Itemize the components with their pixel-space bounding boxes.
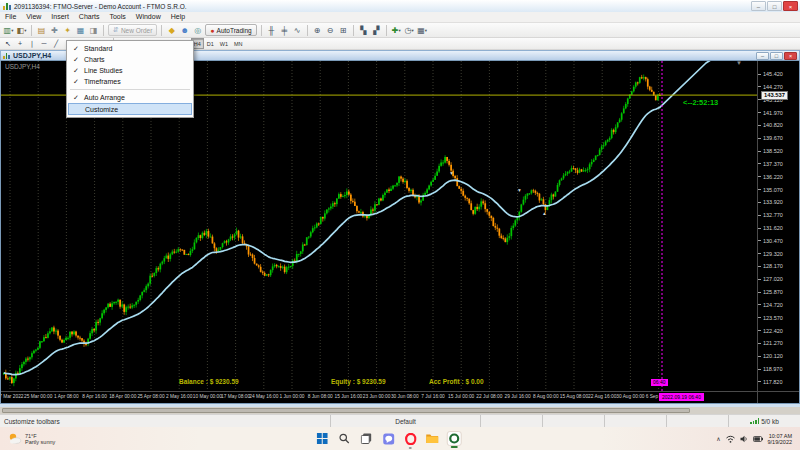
profiles-button[interactable]: ◧▾ xyxy=(15,24,28,37)
wifi-icon[interactable] xyxy=(726,435,735,443)
templates-button[interactable]: ▦▾ xyxy=(416,24,429,37)
auto-arrange-button[interactable]: ▚ xyxy=(357,24,370,37)
time-tick: 8 Aug 00:00 xyxy=(533,394,559,399)
market-button[interactable]: ◎ xyxy=(191,24,204,37)
navigator-button[interactable]: ✦ xyxy=(61,24,74,37)
standard-toolbar: ▥▾◧▾▤✚✦▦◨⇵New Order◆☻◎●AutoTrading╫╪∿⊕⊖⊞… xyxy=(0,23,800,38)
close-button[interactable]: × xyxy=(783,1,798,11)
menu-window[interactable]: Window xyxy=(131,12,166,22)
periods-button[interactable]: ◷▾ xyxy=(403,24,416,37)
menu-item-timeframes[interactable]: ✓Timeframes xyxy=(68,76,192,87)
market-watch-button[interactable]: ▤ xyxy=(35,24,48,37)
dropdown-caret-icon: ▾ xyxy=(24,24,26,37)
profile-cell[interactable]: Default xyxy=(330,415,480,427)
opera-button[interactable] xyxy=(403,431,418,446)
check-icon: ✓ xyxy=(72,67,80,75)
new-order-label: New Order xyxy=(121,27,152,34)
current-price-label: 143.537 xyxy=(761,91,788,100)
zoom-in-button[interactable]: ⊕ xyxy=(311,24,324,37)
metatrader-taskbar-button[interactable] xyxy=(447,431,462,446)
vertical-line-tool-button[interactable]: ∣ xyxy=(26,39,38,49)
task-view-icon xyxy=(361,433,372,444)
cell-4[interactable] xyxy=(666,415,728,427)
scrollbar-thumb[interactable] xyxy=(2,408,690,413)
chart-close-button[interactable]: × xyxy=(784,52,797,60)
file-explorer-button[interactable] xyxy=(425,431,440,446)
cell-3[interactable] xyxy=(604,415,666,427)
menu-item-label: Standard xyxy=(84,45,112,52)
time-axis[interactable]: 17 Mar 202225 Mar 00:001 Apr 08:008 Apr … xyxy=(1,391,757,403)
time-tick: 8 Apr 16:00 xyxy=(82,394,107,399)
menu-item-label: Auto Arrange xyxy=(84,94,125,101)
menu-insert[interactable]: Insert xyxy=(46,12,74,22)
partly-sunny-icon xyxy=(8,432,22,445)
search-button[interactable] xyxy=(337,431,352,446)
menu-item-label: Line Studies xyxy=(84,67,123,74)
candle-chart-button[interactable]: ╪ xyxy=(278,24,291,37)
windows-taskbar: 71°F Partly sunny xyxy=(0,427,800,450)
cursor-tool-button[interactable]: ↖ xyxy=(2,39,14,49)
chart-horizontal-scrollbar[interactable] xyxy=(0,407,800,414)
menu-item-line-studies[interactable]: ✓Line Studies xyxy=(68,65,192,76)
time-tick: 22 Jul 08:00 xyxy=(476,394,502,399)
horizontal-line-tool-button[interactable]: ─ xyxy=(38,39,50,49)
data-window-button[interactable]: ✚ xyxy=(48,24,61,37)
autotrading-button[interactable]: ●AutoTrading xyxy=(205,24,256,36)
zoom-out-button[interactable]: ⊖ xyxy=(324,24,337,37)
menu-help[interactable]: Help xyxy=(166,12,190,22)
templates-icon: ▦ xyxy=(417,24,425,37)
volume-icon[interactable] xyxy=(740,435,748,443)
battery-icon[interactable] xyxy=(753,436,763,442)
traffic-cell[interactable]: 5/0 kb xyxy=(728,415,800,427)
strategy-tester-button[interactable]: ◨ xyxy=(87,24,100,37)
start-button[interactable] xyxy=(315,431,330,446)
timeframe-mn[interactable]: MN xyxy=(231,38,246,49)
tray-chevron-icon[interactable]: ∧ xyxy=(716,435,720,442)
price-tick: 138.520 xyxy=(763,148,783,154)
chat-button[interactable] xyxy=(381,431,396,446)
menu-item-standard[interactable]: ✓Standard xyxy=(68,43,192,54)
task-view-button[interactable] xyxy=(359,431,374,446)
chart-minimize-button[interactable]: – xyxy=(756,52,769,60)
cascade-button[interactable]: ▞ xyxy=(370,24,383,37)
traffic-cell-label: 5/0 kb xyxy=(761,418,779,425)
new-chart-button[interactable]: ▥▾ xyxy=(2,24,15,37)
weather-widget[interactable]: 71°F Partly sunny xyxy=(0,432,55,445)
tile-windows-button[interactable]: ⊞ xyxy=(337,24,350,37)
timeframe-w1[interactable]: W1 xyxy=(217,38,231,49)
cell-1[interactable] xyxy=(480,415,542,427)
cell-2[interactable] xyxy=(542,415,604,427)
autotrading-label: AutoTrading xyxy=(217,27,252,34)
menu-view[interactable]: View xyxy=(21,12,46,22)
timeframe-d1[interactable]: D1 xyxy=(204,38,217,49)
price-tick: 133.920 xyxy=(763,199,783,205)
menu-file[interactable]: File xyxy=(0,12,21,22)
chat-button[interactable]: ☻ xyxy=(178,24,191,37)
metaeditor-icon: ◆ xyxy=(169,24,175,37)
taskbar-clock[interactable]: 10:07 AM 9/19/2022 xyxy=(768,433,792,445)
bar-chart-button[interactable]: ╫ xyxy=(265,24,278,37)
menu-item-auto-arrange[interactable]: ✓Auto Arrange xyxy=(68,92,192,103)
minimize-button[interactable]: – xyxy=(751,1,766,11)
indicators-button[interactable]: ✚▾ xyxy=(390,24,403,37)
terminal-button[interactable]: ▦ xyxy=(74,24,87,37)
chart-shift-marker[interactable]: ▼ xyxy=(736,61,742,66)
metaeditor-button[interactable]: ◆ xyxy=(165,24,178,37)
chart-restore-button[interactable]: □ xyxy=(770,52,783,60)
price-tick: 123.570 xyxy=(763,315,783,321)
price-tick: 140.820 xyxy=(763,122,783,128)
line-chart-button[interactable]: ∿ xyxy=(291,24,304,37)
maximize-button[interactable]: □ xyxy=(767,1,782,11)
time-tick: 1 Apr 08:00 xyxy=(54,394,79,399)
trendline-tool-button[interactable]: ╱ xyxy=(50,39,62,49)
zoom-in-icon: ⊕ xyxy=(314,24,321,37)
menu-item-charts[interactable]: ✓Charts xyxy=(68,54,192,65)
menu-charts[interactable]: Charts xyxy=(74,12,105,22)
new-order-button[interactable]: ⇵New Order xyxy=(108,24,157,36)
zoom-out-icon: ⊖ xyxy=(327,24,334,37)
menu-item-customize[interactable]: Customize xyxy=(68,103,192,115)
crosshair-tool-button[interactable]: + xyxy=(14,39,26,49)
price-axis[interactable]: 145.420144.270143.120141.970140.820139.6… xyxy=(757,61,799,391)
menu-tools[interactable]: Tools xyxy=(104,12,130,22)
chat-icon xyxy=(382,433,394,445)
